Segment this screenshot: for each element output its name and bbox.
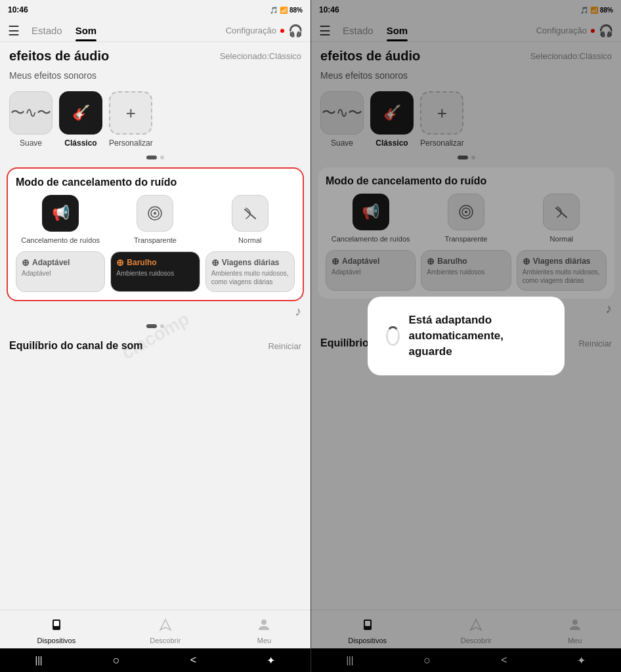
effect-card-personalizar[interactable]: + Personalizar	[109, 91, 153, 148]
bluetooth-icon: 🎵	[270, 7, 278, 14]
modal-text: Está adaptando automaticamente, aguarde	[409, 312, 547, 359]
sub-card-header: ⊕ Viagens diárias	[211, 257, 289, 268]
modal-overlay: Está adaptando automaticamente, aguarde	[311, 0, 621, 672]
effect-icon-box: +	[109, 91, 152, 135]
nav-label-descobrir: Descobrir	[150, 637, 181, 644]
nav-configuracao-label[interactable]: Configuração	[226, 26, 276, 35]
sub-card-subtitle: Ambientes ruidosos	[116, 269, 194, 278]
noise-sub-card-0[interactable]: ⊕ Adaptável Adaptável	[16, 251, 105, 292]
wifi-icon: 📶	[280, 7, 288, 14]
sound-effects-sublabel: Meus efeitos sonoros	[0, 66, 310, 86]
sys-nav-home[interactable]: ○	[113, 654, 120, 667]
noise-cancellation-section: Modo de cancelamento do ruído 📢 Cancelam…	[7, 167, 304, 301]
page-header: efeitos de áudio Selecionado:Clássico	[0, 42, 310, 66]
mode-icon-box	[232, 195, 268, 232]
noise-mode-1[interactable]: Transparente	[110, 195, 200, 245]
normal-icon	[241, 204, 259, 222]
effect-icon-box: 〜∿〜	[9, 91, 53, 135]
dot-a	[146, 324, 157, 328]
nav-icon-dispositivos	[47, 616, 66, 634]
noise-mode-2[interactable]: Normal	[205, 195, 295, 245]
tab-estado[interactable]: Estado	[25, 21, 69, 40]
tab-som[interactable]: Som	[69, 21, 104, 40]
speaker-icon: 📢	[52, 205, 70, 222]
nav-label-dispositivos: Dispositivos	[37, 637, 76, 644]
modal-box: Está adaptando automaticamente, aguarde	[368, 297, 565, 375]
balance-section: Equilíbrio do canal de som Reiniciar	[0, 333, 310, 358]
effect-label: Clássico	[64, 138, 96, 148]
effect-label: Personalizar	[109, 138, 153, 148]
nav-tabs: ☰ Estado Som Configuração 🎧	[0, 18, 310, 40]
balance-title: Equilíbrio do canal de som	[9, 340, 143, 352]
music-note-icon: ♪	[295, 304, 301, 319]
red-dot	[280, 29, 284, 33]
sub-card-subtitle: Ambientes muito ruidosos, como viagens d…	[211, 269, 289, 286]
add-icon: +	[126, 103, 136, 123]
noise-modes-row: 📢 Cancelamento de ruídos Transparente No…	[16, 195, 295, 245]
guitar-icon: 🎸	[72, 104, 90, 121]
effect-label: Suave	[20, 138, 42, 148]
sub-card-header: ⊕ Barulho	[116, 257, 194, 268]
note-area: ♪	[0, 304, 310, 322]
nav-right: Configuração 🎧	[226, 24, 303, 38]
effect-card-clássico[interactable]: 🎸 Clássico	[59, 91, 102, 148]
sub-card-subtitle: Adaptável	[22, 269, 99, 278]
device-icon	[49, 617, 64, 633]
sub-label: Adaptável	[32, 258, 70, 267]
headphone-icon[interactable]: 🎧	[288, 24, 303, 38]
sub-icon: ⊕	[22, 257, 30, 268]
svg-rect-5	[54, 621, 59, 626]
noise-section-title: Modo de cancelamento do ruído	[16, 177, 295, 188]
noise-sub-card-1[interactable]: ⊕ Barulho Ambientes ruidosos	[110, 251, 200, 292]
bottom-nav-item-descobrir[interactable]: Descobrir	[150, 616, 181, 644]
bottom-nav: Dispositivos Descobrir Meu	[0, 610, 310, 648]
sys-nav-recent[interactable]: |||	[35, 655, 43, 665]
balance-reset-button[interactable]: Reiniciar	[268, 341, 301, 351]
sys-nav-back[interactable]: <	[190, 654, 196, 666]
svg-point-2	[154, 212, 156, 215]
sub-icon: ⊕	[116, 257, 124, 268]
person-icon	[256, 617, 272, 633]
mode-label: Cancelamento de ruídos	[21, 236, 100, 245]
mode-label: Transparente	[134, 236, 177, 245]
sub-label: Viagens diárias	[222, 258, 280, 267]
bottom-nav-item-meu[interactable]: Meu	[255, 616, 273, 644]
loading-spinner	[386, 326, 400, 346]
nav-label-meu: Meu	[257, 637, 271, 644]
phone-panel-right: 10:46 🎵 📶 88% ☰ Estado Som Configuração …	[310, 0, 621, 672]
sub-label: Barulho	[127, 258, 156, 267]
phone-panel-left: 10:46 🎵 📶 88% ☰ Estado Som Configuração …	[0, 0, 310, 672]
sub-icon: ⊕	[211, 257, 219, 268]
status-bar: 10:46 🎵 📶 88%	[0, 0, 310, 18]
mode-icon-box	[137, 195, 173, 232]
sys-nav-extra[interactable]: ✦	[267, 654, 275, 667]
system-nav-bar: ||| ○ < ✦	[0, 648, 310, 672]
pagination-dots	[0, 153, 310, 165]
sound-effects-row: 〜∿〜 Suave 🎸 Clássico + Personalizar	[0, 86, 310, 153]
effect-card-suave[interactable]: 〜∿〜 Suave	[9, 91, 53, 148]
dot-b	[160, 324, 164, 328]
bottom-nav-item-dispositivos[interactable]: Dispositivos	[37, 616, 76, 644]
page-title: efeitos de áudio	[9, 49, 109, 64]
noise-mode-0[interactable]: 📢 Cancelamento de ruídos	[16, 195, 105, 245]
sub-card-header: ⊕ Adaptável	[22, 257, 99, 268]
main-content: efeitos de áudio Selecionado:Clássico Me…	[0, 42, 310, 610]
modal-content: Está adaptando automaticamente, aguarde	[386, 312, 546, 359]
discover-icon	[158, 617, 173, 633]
selected-label: Selecionado:Clássico	[220, 51, 301, 61]
dot-2	[160, 156, 164, 159]
effect-icon-box: 🎸	[59, 91, 102, 135]
mode-label: Normal	[238, 236, 261, 245]
nav-icon-meu	[255, 616, 273, 634]
transparent-icon	[146, 204, 164, 222]
status-icons: 🎵 📶 88%	[270, 7, 303, 14]
svg-marker-6	[160, 620, 171, 630]
dot-1	[146, 156, 157, 159]
nav-icon-descobrir	[156, 616, 175, 634]
mode-icon-box: 📢	[42, 195, 79, 232]
hamburger-menu[interactable]: ☰	[8, 23, 20, 39]
noise-sub-row: ⊕ Adaptável Adaptável ⊕ Barulho Ambiente…	[16, 251, 295, 292]
noise-sub-card-2[interactable]: ⊕ Viagens diárias Ambientes muito ruidos…	[205, 251, 295, 292]
pagination-dots-2	[0, 322, 310, 333]
battery-icon: 88%	[289, 7, 303, 14]
